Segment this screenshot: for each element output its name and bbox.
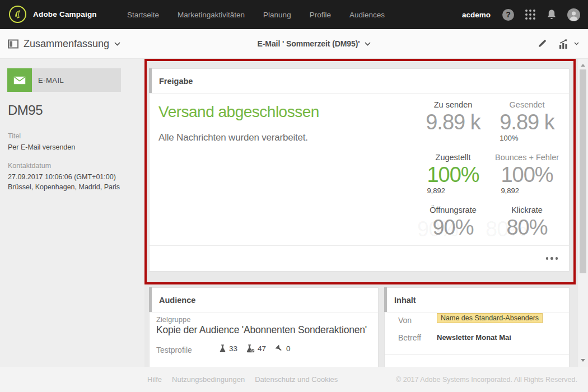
footer-links: Hilfe Nutzungsbedingungen Datenschutz un… [147, 367, 338, 392]
footer-copyright: © 2017 Adobe Systems Incorporated. All R… [396, 367, 577, 392]
nav-startseite[interactable]: Startseite [127, 11, 159, 19]
help-icon[interactable]: ? [502, 9, 514, 21]
flask-count: 33 [229, 344, 237, 353]
ghost-value: 90% [417, 217, 458, 241]
nav-audiences[interactable]: Audiences [349, 11, 385, 19]
reports-chart-icon [558, 39, 571, 49]
page-footer: Hilfe Nutzungsbedingungen Datenschutz un… [0, 367, 588, 392]
card-accent-bar [149, 68, 152, 93]
testprofile-counters: 33 47 0 [219, 344, 296, 353]
testprofile-label: Testprofile [156, 346, 192, 354]
audience-card-header: Audience [150, 288, 378, 312]
flask-check-icon [246, 344, 255, 353]
inhalt-card: Inhalt Von Name des Standard-Absenders B… [384, 287, 570, 368]
stat-zugestellt: Zugestellt 100% 9,892 [411, 153, 495, 195]
nav-profile[interactable]: Profile [310, 11, 331, 19]
audience-card-title: Audience [159, 296, 195, 305]
adobe-campaign-logo-icon [9, 6, 26, 23]
kontaktdatum-label: Kontaktdatum [8, 162, 51, 170]
delivery-code: DM95 [8, 102, 43, 118]
nav-planung[interactable]: Planung [263, 11, 291, 19]
vertical-scrollbar[interactable] [578, 59, 588, 367]
dot [556, 257, 558, 260]
email-envelope-icon [7, 68, 32, 92]
dot [546, 257, 549, 260]
freigabe-card-title: Freigabe [159, 77, 193, 86]
toolbar-actions [537, 29, 579, 58]
von-label: Von [398, 316, 412, 325]
document-title: E-Mail ' Sommerzeit (DM95)' [258, 39, 360, 48]
more-actions-button[interactable] [546, 257, 558, 260]
top-navigation-bar: Adobe Campaign Startseite Marketingaktiv… [0, 0, 588, 29]
topbar-actions: acdemo ? [462, 0, 580, 29]
user-avatar[interactable] [567, 8, 580, 21]
stat-zu-senden: Zu senden 9.89 k [411, 100, 495, 133]
dot [550, 257, 553, 260]
ghost-value: 80% [486, 217, 526, 241]
freigabe-card: Freigabe Versand abgeschlossen Alle Nach… [149, 68, 570, 272]
zielgruppe-value: Kopie der Audience 'Abonnenten Sonderakt… [156, 324, 367, 336]
scroll-down-arrow[interactable] [581, 359, 585, 362]
delivery-status-message: Alle Nachrichten wurden verarbeitet. [158, 132, 308, 143]
flask-check-count: 47 [258, 344, 266, 353]
scrollbar-thumb[interactable] [580, 69, 586, 273]
von-value: Name des Standard-Absenders [437, 314, 543, 322]
username[interactable]: acdemo [462, 11, 491, 19]
notifications-bell-icon[interactable] [547, 9, 557, 20]
scroll-up-arrow[interactable] [581, 64, 585, 67]
footer-link-datenschutz[interactable]: Datenschutz und Cookies [255, 375, 338, 384]
sidebar: E-MAIL DM95 Titel Per E-Mail versenden K… [0, 59, 144, 367]
kontaktdatum-date: 27.09.2017 10:06:06 (GMT+01:00) [8, 173, 116, 181]
betreff-value: Newsletter Monat Mai [437, 333, 511, 342]
toolbar: Zusammenfassung E-Mail ' Sommerzeit (DM9… [0, 29, 588, 59]
zielgruppe-label: Zielgruppe [156, 315, 190, 324]
kontaktdatum-cities: Brüssel, Kopenhagen, Madrid, Paris [8, 183, 120, 191]
app-grid-icon[interactable] [525, 9, 536, 20]
edit-pencil-icon[interactable] [537, 39, 547, 49]
funnel-count: 0 [286, 344, 291, 353]
chevron-down-icon [365, 42, 371, 46]
inhalt-divider [385, 354, 569, 354]
email-channel-label: E-MAIL [32, 68, 121, 92]
delivery-status-title: Versand abgeschlossen [158, 103, 319, 121]
footer-link-nutzungsbedingungen[interactable]: Nutzungsbedingungen [172, 375, 245, 384]
card-footer-divider [150, 245, 569, 246]
stat-gesendet: Gesendet 9.89 k 100% [485, 100, 569, 143]
card-accent-bar [384, 287, 387, 312]
nav-marketingaktivitaeten[interactable]: Marketingaktivitäten [178, 11, 245, 19]
chevron-down-icon [574, 42, 579, 45]
titel-label: Titel [8, 132, 21, 140]
brand[interactable]: Adobe Campaign [9, 6, 97, 23]
card-accent-bar [149, 287, 152, 312]
inhalt-card-header: Inhalt [385, 288, 569, 312]
flask-icon [219, 344, 226, 353]
reports-menu[interactable] [558, 39, 579, 49]
primary-nav: Startseite Marketingaktivitäten Planung … [127, 0, 385, 29]
stat-bounces-fehler: Bounces + Fehler 100% 9,892 [485, 153, 569, 195]
audience-card: Audience Zielgruppe Kopie der Audience '… [149, 287, 379, 368]
funnel-icon [275, 344, 283, 353]
document-title-group[interactable]: E-Mail ' Sommerzeit (DM95)' [0, 29, 588, 58]
email-channel-tile[interactable]: E-MAIL [7, 68, 121, 92]
freigabe-card-header: Freigabe [150, 69, 569, 94]
titel-value: Per E-Mail versenden [8, 143, 75, 151]
brand-name: Adobe Campaign [33, 10, 97, 18]
betreff-label: Betreff [398, 333, 421, 342]
footer-link-hilfe[interactable]: Hilfe [147, 375, 162, 384]
inhalt-card-title: Inhalt [394, 296, 416, 305]
